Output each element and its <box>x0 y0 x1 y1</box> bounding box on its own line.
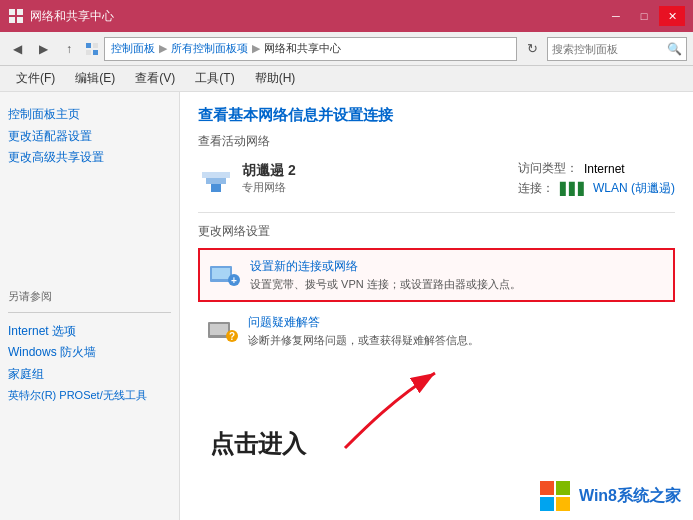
network-type: 专用网络 <box>242 180 296 195</box>
troubleshoot-action-title[interactable]: 问题疑难解答 <box>248 314 479 331</box>
sidebar-link-advanced[interactable]: 更改高级共享设置 <box>8 147 171 169</box>
troubleshoot-action-text: 问题疑难解答 诊断并修复网络问题，或查获得疑难解答信息。 <box>248 314 479 348</box>
svg-rect-3 <box>17 17 23 23</box>
back-button[interactable]: ◀ <box>6 38 28 60</box>
annotation-group: 点击进入 <box>210 428 306 460</box>
breadcrumb-root[interactable]: 控制面板 <box>111 41 155 56</box>
search-input[interactable] <box>552 43 663 55</box>
troubleshoot-action[interactable]: ? 问题疑难解答 诊断并修复网络问题，或查获得疑难解答信息。 <box>198 306 675 356</box>
svg-rect-5 <box>93 43 98 48</box>
menubar: 文件(F) 编辑(E) 查看(V) 工具(T) 帮助(H) <box>0 66 693 92</box>
breadcrumb: 控制面板 ▶ 所有控制面板项 ▶ 网络和共享中心 <box>104 37 517 61</box>
svg-rect-22 <box>540 497 554 511</box>
sidebar-link-homegroup[interactable]: 家庭组 <box>8 364 171 386</box>
svg-rect-23 <box>556 497 570 511</box>
troubleshoot-icon: ? <box>206 314 238 346</box>
access-type-value: Internet <box>584 162 625 176</box>
minimize-button[interactable]: ─ <box>603 6 629 26</box>
svg-rect-12 <box>212 268 230 279</box>
connection-row: 连接： ▋▋▋ WLAN (胡邋遢) <box>518 180 675 197</box>
svg-text:?: ? <box>229 331 235 342</box>
sidebar-link-internet[interactable]: Internet 选项 <box>8 321 171 343</box>
section-divider <box>198 212 675 213</box>
setup-action-text: 设置新的连接或网络 设置宽带、拨号或 VPN 连接；或设置路由器或接入点。 <box>250 258 521 292</box>
breadcrumb-current: 网络和共享中心 <box>264 41 341 56</box>
svg-rect-2 <box>9 17 15 23</box>
connection-label: 连接： <box>518 180 554 197</box>
svg-rect-0 <box>9 9 15 15</box>
windows-logo <box>539 480 571 512</box>
menu-file[interactable]: 文件(F) <box>8 68 63 89</box>
menu-tools[interactable]: 工具(T) <box>187 68 242 89</box>
up-button[interactable]: ↑ <box>58 38 80 60</box>
wifi-icon: ▋▋▋ <box>560 182 587 196</box>
breadcrumb-parent[interactable]: 所有控制面板项 <box>171 41 248 56</box>
svg-rect-1 <box>17 9 23 15</box>
content-area: 查看基本网络信息并设置连接 查看活动网络 胡邋遢 2 专用网络 <box>180 92 693 520</box>
titlebar-left: 网络和共享中心 <box>8 8 114 25</box>
watermark-text: Win8系统之家 <box>579 486 681 507</box>
menu-view[interactable]: 查看(V) <box>127 68 183 89</box>
setup-icon: + <box>208 258 240 290</box>
svg-rect-16 <box>210 324 228 335</box>
network-name: 胡邋遢 2 <box>242 162 296 180</box>
app-icon <box>8 8 24 24</box>
arrow-annotation <box>335 358 455 458</box>
menu-edit[interactable]: 编辑(E) <box>67 68 123 89</box>
menu-help[interactable]: 帮助(H) <box>247 68 304 89</box>
setup-action-desc: 设置宽带、拨号或 VPN 连接；或设置路由器或接入点。 <box>250 277 521 292</box>
svg-text:+: + <box>231 275 237 286</box>
network-right: 访问类型： Internet 连接： ▋▋▋ WLAN (胡邋遢) <box>518 160 675 200</box>
content-title: 查看基本网络信息并设置连接 <box>198 106 675 125</box>
network-info-row: 胡邋遢 2 专用网络 访问类型： Internet 连接： ▋▋▋ WLAN (… <box>198 160 675 200</box>
active-network-label: 查看活动网络 <box>198 133 675 150</box>
addressbar: ◀ ▶ ↑ 控制面板 ▶ 所有控制面板项 ▶ 网络和共享中心 ↻ 🔍 <box>0 32 693 66</box>
sidebar-divider <box>8 312 171 313</box>
svg-rect-6 <box>86 50 91 55</box>
breadcrumb-sep1: ▶ <box>159 42 167 55</box>
troubleshoot-action-desc: 诊断并修复网络问题，或查获得疑难解答信息。 <box>248 333 479 348</box>
setup-action-title[interactable]: 设置新的连接或网络 <box>250 258 521 275</box>
click-text: 点击进入 <box>210 428 306 460</box>
sidebar: 控制面板主页 更改适配器设置 更改高级共享设置 另请参阅 Internet 选项… <box>0 92 180 520</box>
connection-value[interactable]: WLAN (胡邋遢) <box>593 180 675 197</box>
watermark: Win8系统之家 <box>539 480 681 512</box>
close-button[interactable]: ✕ <box>659 6 685 26</box>
sidebar-link-firewall[interactable]: Windows 防火墙 <box>8 342 171 364</box>
titlebar: 网络和共享中心 ─ □ ✕ <box>0 0 693 32</box>
another-section-title: 另请参阅 <box>8 289 171 304</box>
forward-button[interactable]: ▶ <box>32 38 54 60</box>
svg-rect-10 <box>202 172 230 178</box>
titlebar-controls: ─ □ ✕ <box>603 6 685 26</box>
network-info-left: 胡邋遢 2 专用网络 <box>198 160 296 200</box>
sidebar-link-adapter[interactable]: 更改适配器设置 <box>8 126 171 148</box>
svg-rect-21 <box>556 481 570 495</box>
access-type-row: 访问类型： Internet <box>518 160 675 177</box>
refresh-button[interactable]: ↻ <box>521 38 543 60</box>
svg-rect-8 <box>211 184 221 192</box>
sidebar-link-home[interactable]: 控制面板主页 <box>8 104 171 126</box>
search-bar: 🔍 <box>547 37 687 61</box>
svg-rect-7 <box>93 50 98 55</box>
change-settings-label: 更改网络设置 <box>198 223 675 240</box>
sidebar-link-proset[interactable]: 英特尔(R) PROSet/无线工具 <box>8 386 171 406</box>
network-icon <box>198 160 234 196</box>
maximize-button[interactable]: □ <box>631 6 657 26</box>
search-icon: 🔍 <box>667 42 682 56</box>
titlebar-title: 网络和共享中心 <box>30 8 114 25</box>
access-type-label: 访问类型： <box>518 160 578 177</box>
svg-rect-9 <box>206 178 226 184</box>
location-icon <box>84 41 100 57</box>
breadcrumb-sep2: ▶ <box>252 42 260 55</box>
main-layout: 控制面板主页 更改适配器设置 更改高级共享设置 另请参阅 Internet 选项… <box>0 92 693 520</box>
svg-rect-4 <box>86 43 91 48</box>
svg-rect-20 <box>540 481 554 495</box>
setup-action[interactable]: + 设置新的连接或网络 设置宽带、拨号或 VPN 连接；或设置路由器或接入点。 <box>198 248 675 302</box>
